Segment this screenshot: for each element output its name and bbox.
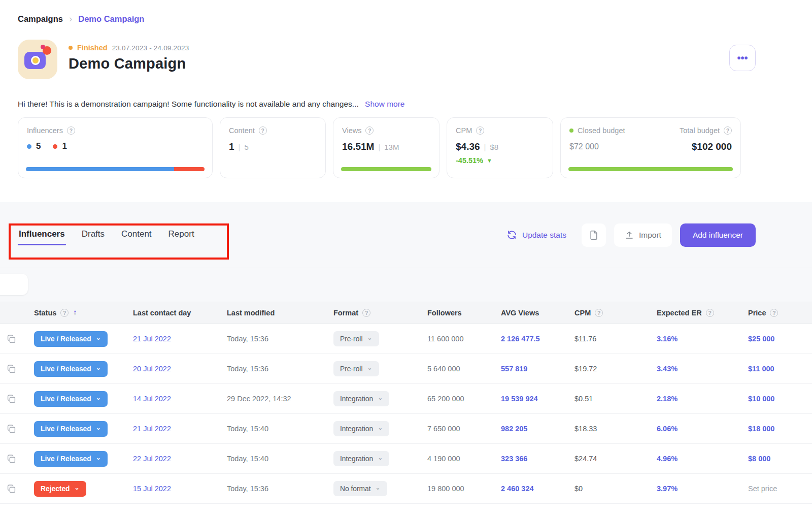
expected-er-link[interactable]: 6.06%	[657, 425, 678, 433]
format-select[interactable]: Pre-roll⌄	[333, 331, 379, 346]
avg-views-link[interactable]: 2 460 324	[501, 485, 534, 493]
progress-blue-fill	[26, 167, 174, 171]
import-button[interactable]: Import	[614, 223, 672, 247]
copy-icon[interactable]	[7, 335, 16, 343]
format-select[interactable]: Integration⌄	[333, 451, 389, 466]
set-price-link[interactable]: Set price	[748, 485, 777, 493]
views-card-label: Views ?	[342, 126, 430, 135]
help-icon[interactable]: ?	[60, 309, 69, 317]
price-link[interactable]: $18 000	[748, 425, 774, 433]
help-icon[interactable]: ?	[770, 309, 778, 317]
expected-er-link[interactable]: 3.16%	[657, 335, 678, 343]
expected-er-link[interactable]: 2.18%	[657, 395, 678, 403]
format-select[interactable]: Pre-roll⌄	[333, 361, 379, 376]
tab-influencers[interactable]: Influencers	[18, 223, 66, 247]
help-icon[interactable]: ?	[706, 309, 714, 317]
avg-views-link[interactable]: 557 819	[501, 365, 527, 373]
import-label: Import	[639, 231, 661, 240]
show-more-link[interactable]: Show more	[365, 100, 404, 108]
update-stats-button[interactable]: Update stats	[506, 230, 566, 240]
expected-er-link[interactable]: 3.43%	[657, 365, 678, 373]
format-select[interactable]: Integration⌄	[333, 421, 389, 436]
header-price: Price ?	[742, 309, 812, 317]
copy-icon[interactable]	[7, 485, 16, 493]
page-title: Demo Campaign	[69, 55, 729, 72]
copy-icon[interactable]	[7, 365, 16, 373]
table-row: Live / Released⌄ 22 Jul 2022 Today, 15:4…	[0, 444, 812, 474]
last-contact-link[interactable]: 20 Jul 2022	[133, 365, 171, 373]
help-icon[interactable]: ?	[67, 126, 75, 135]
help-icon[interactable]: ?	[476, 126, 484, 135]
status-badge[interactable]: Live / Released⌄	[34, 391, 108, 407]
content-plan: 5	[244, 143, 248, 151]
format-select[interactable]: Integration⌄	[333, 391, 389, 406]
tab-report[interactable]: Report	[167, 223, 195, 247]
header-format: Format ?	[327, 309, 421, 317]
last-contact-link[interactable]: 21 Jul 2022	[133, 335, 171, 343]
last-contact-link[interactable]: 15 Jul 2022	[133, 485, 171, 493]
progress-green-fill	[341, 167, 431, 171]
export-file-button[interactable]	[582, 223, 606, 247]
search-input-stub[interactable]	[0, 274, 28, 295]
more-actions-button[interactable]: •••	[729, 45, 756, 71]
last-contact-link[interactable]: 14 Jul 2022	[133, 395, 171, 403]
chevron-down-icon: ⌄	[96, 455, 101, 461]
status-badge[interactable]: Live / Released⌄	[34, 421, 108, 437]
chevron-down-icon: ⌄	[96, 425, 101, 431]
breadcrumb: Campaigns › Demo Campaign	[0, 0, 812, 24]
copy-icon[interactable]	[7, 455, 16, 463]
status-badge[interactable]: Rejected⌄	[34, 481, 86, 497]
last-contact-link[interactable]: 21 Jul 2022	[133, 425, 171, 433]
influencers-progress-bar	[26, 167, 205, 171]
price-link[interactable]: $11 000	[748, 365, 774, 373]
views-value: 16.51M	[342, 141, 374, 152]
campaign-header-info: Finished 23.07.2023 - 24.09.2023 Demo Ca…	[69, 40, 729, 72]
views-plan: 13M	[384, 143, 399, 151]
status-badge[interactable]: Live / Released⌄	[34, 451, 108, 467]
last-contact-link[interactable]: 22 Jul 2022	[133, 455, 171, 463]
help-icon[interactable]: ?	[259, 126, 267, 135]
table-row: Live / Released⌄ 14 Jul 2022 29 Dec 2022…	[0, 384, 812, 414]
progress-green-fill	[568, 167, 733, 171]
price-link[interactable]: $8 000	[748, 455, 770, 463]
copy-icon[interactable]	[7, 395, 16, 403]
cpm-value: $4.36	[456, 141, 480, 152]
avg-views-link[interactable]: 2 126 477.5	[501, 335, 540, 343]
tab-content[interactable]: Content	[120, 223, 153, 247]
status-badge[interactable]: Live / Released⌄	[34, 331, 108, 347]
tabs-section: Influencers Drafts Content Report Update…	[0, 202, 812, 504]
confirmed-dot-icon	[27, 144, 31, 149]
price-link[interactable]: $25 000	[748, 335, 774, 343]
help-icon[interactable]: ?	[365, 126, 374, 135]
help-icon[interactable]: ?	[595, 309, 603, 317]
avg-views-link[interactable]: 982 205	[501, 425, 527, 433]
refresh-icon	[506, 230, 517, 240]
toolbar: Update stats Import	[506, 223, 756, 247]
price-link[interactable]: $10 000	[748, 395, 774, 403]
followers-value: 7 650 000	[421, 425, 495, 433]
tab-drafts[interactable]: Drafts	[81, 223, 106, 247]
help-icon[interactable]: ?	[724, 126, 732, 135]
status-badge[interactable]: Live / Released⌄	[34, 361, 108, 377]
closed-budget-value: $72 000	[569, 142, 599, 151]
sort-icon[interactable]: ▲ ▼	[73, 310, 77, 316]
header-cpm: CPM ?	[568, 309, 651, 317]
copy-icon[interactable]	[7, 425, 16, 433]
format-select[interactable]: No format⌄	[333, 481, 387, 496]
add-influencer-button[interactable]: Add influencer	[680, 223, 756, 247]
stat-cards: Influencers ? 5 1 Content ? 1 |	[18, 117, 794, 178]
avg-views-link[interactable]: 323 366	[501, 455, 527, 463]
upload-icon	[625, 231, 634, 240]
chevron-down-icon: ⌄	[96, 365, 101, 371]
declined-count: 1	[62, 141, 66, 151]
expected-er-link[interactable]: 4.96%	[657, 455, 678, 463]
content-values: 1 | 5	[229, 141, 317, 152]
campaign-page: Campaigns › Demo Campaign Finished 23.07…	[0, 0, 812, 514]
breadcrumb-campaigns-link[interactable]: Campaigns	[18, 14, 63, 24]
help-icon[interactable]: ?	[362, 309, 370, 317]
closed-budget-dot-icon	[569, 128, 573, 133]
progress-red-fill	[174, 167, 205, 171]
avg-views-link[interactable]: 19 539 924	[501, 395, 538, 403]
followers-value: 11 600 000	[421, 335, 495, 343]
expected-er-link[interactable]: 3.97%	[657, 485, 678, 493]
